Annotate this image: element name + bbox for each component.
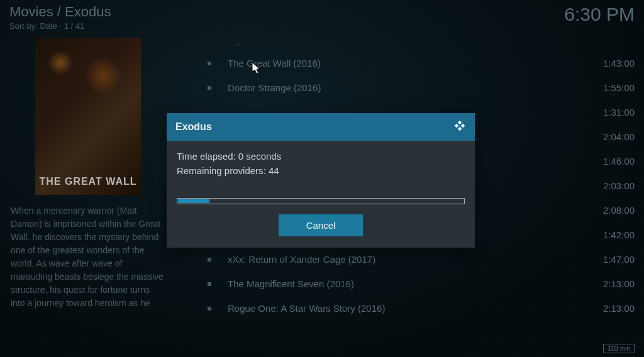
progress-fill <box>178 199 209 203</box>
movie-title: The Magnificent Seven (2016) <box>228 278 354 289</box>
movie-duration: 1:55:00 <box>603 82 635 93</box>
list-item[interactable]: xXx: Return of Xander Cage (2017) 1:47:0… <box>208 247 635 272</box>
movie-duration: 1:31:00 <box>603 107 635 118</box>
movie-title: xXx: Return of Xander Cage (2017) <box>228 254 375 265</box>
cancel-button[interactable]: Cancel <box>279 214 364 236</box>
movie-duration: 2:08:00 <box>603 205 635 216</box>
movie-poster: THE GREAT WALL <box>35 38 141 195</box>
list-item[interactable]: Rogue One: A Star Wars Story (2016) 2:13… <box>208 296 635 321</box>
list-item[interactable]: Doctor Strange (2016) 1:55:00 <box>208 75 635 100</box>
bullet-icon <box>208 258 211 261</box>
movie-title: Rogue One: A Star Wars Story (2016) <box>228 303 385 314</box>
kodi-icon <box>453 119 466 135</box>
dialog-header: Exodus <box>167 113 475 141</box>
sort-indicator: Sort by: Date · 1 / 41 <box>9 21 111 31</box>
progress-dialog: Exodus Time elapsed: 0 seconds Remaining… <box>167 113 475 248</box>
bullet-icon <box>208 307 211 310</box>
dialog-title: Exodus <box>175 121 212 133</box>
list-item[interactable]: The Magnificent Seven (2016) 2:13:00 <box>208 272 635 296</box>
movie-title: The Great Wall (2016) <box>228 58 321 69</box>
list-item[interactable]: The Great Wall (2016) 1:43:00 <box>208 51 635 75</box>
movie-duration: 2:04:00 <box>603 131 635 142</box>
movie-duration: 1:46:00 <box>603 156 635 167</box>
poster-title: THE GREAT WALL <box>39 176 136 187</box>
movie-duration: 1:43:00 <box>603 58 635 69</box>
movie-duration: 1:42:00 <box>603 229 635 240</box>
bullet-icon <box>208 282 211 286</box>
clock: 6:30 PM <box>564 4 635 25</box>
progress-bar <box>177 198 465 204</box>
movie-duration: 2:13:00 <box>603 303 635 314</box>
bullet-icon <box>208 62 211 65</box>
breadcrumb: Movies / Exodus <box>9 4 111 20</box>
movie-duration: 1:47:00 <box>603 254 635 265</box>
remaining-text: Remaining providers: 44 <box>177 164 465 178</box>
movie-synopsis: When a mercenary warrior (Matt Damon) is… <box>9 204 167 310</box>
list-item-parent[interactable]: .. <box>208 34 635 51</box>
runtime-badge: 103 min <box>603 344 635 353</box>
movie-title: Doctor Strange (2016) <box>228 82 321 93</box>
movie-duration: 2:03:00 <box>603 180 635 191</box>
bullet-icon <box>208 86 211 90</box>
movie-duration: 2:13:00 <box>603 278 635 289</box>
elapsed-text: Time elapsed: 0 seconds <box>177 150 465 164</box>
